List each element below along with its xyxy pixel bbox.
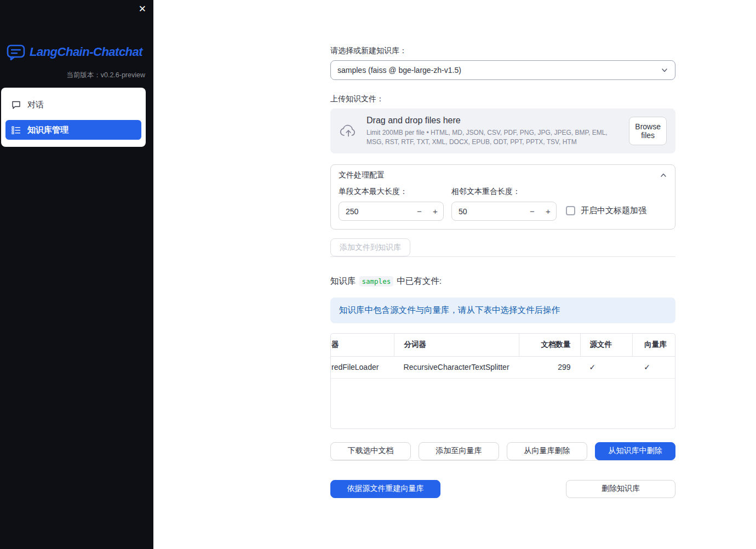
column-header-source-file[interactable]: 源文件: [580, 334, 632, 356]
list-icon: [12, 125, 21, 135]
existing-files-suffix: 中已有文件:: [397, 276, 442, 287]
chevron-up-icon: [660, 171, 667, 179]
overlap-group: 相邻文本重合长度： 50 − +: [451, 187, 557, 221]
chunk-size-input[interactable]: 250 − +: [339, 202, 444, 221]
divider: [330, 460, 675, 461]
overlap-increment-button[interactable]: +: [540, 202, 556, 220]
app-root: ✕ LangChain-Chatchat 当前版本：v0.2.6-preview: [0, 0, 756, 549]
cell-vector-store-check: ✓: [632, 357, 675, 378]
kb-management-actions: 依据源文件重建向量库 删除知识库: [330, 480, 675, 498]
table-actions: 下载选中文档 添加至向量库 从向量库删除 从知识库中删除: [330, 442, 675, 460]
overlap-decrement-button[interactable]: −: [524, 202, 540, 220]
chunk-size-label: 单段文本最大长度：: [339, 187, 444, 197]
content-column: 请选择或新建知识库： samples (faiss @ bge-large-zh…: [330, 0, 675, 498]
zh-title-checkbox-label: 开启中文标题加强: [581, 205, 646, 216]
expander-title: 文件处理配置: [339, 170, 385, 180]
overlap-input[interactable]: 50 − +: [451, 202, 557, 221]
cell-splitter: RecursiveCharacterTextSplitter: [394, 357, 519, 378]
chat-bubble-icon: [12, 100, 21, 110]
chunk-size-group: 单段文本最大长度： 250 − +: [339, 187, 444, 221]
sidebar: ✕ LangChain-Chatchat 当前版本：v0.2.6-preview: [0, 0, 153, 549]
existing-files-heading: 知识库 samples 中已有文件:: [330, 276, 675, 287]
file-dropzone[interactable]: Drag and drop files here Limit 200MB per…: [330, 108, 675, 153]
chunk-size-value: 250: [346, 207, 411, 216]
dropzone-limits: Limit 200MB per file • HTML, MD, JSON, C…: [366, 128, 620, 146]
chevron-down-icon: [661, 66, 668, 74]
kb-select[interactable]: samples (faiss @ bge-large-zh-v1.5): [330, 60, 675, 80]
overlap-label: 相邻文本重合长度：: [451, 187, 557, 197]
add-files-to-kb-button[interactable]: 添加文件到知识库: [330, 238, 410, 256]
cell-loader: redFileLoader: [331, 357, 394, 378]
upload-label: 上传知识文件：: [330, 94, 675, 104]
files-table: 器 分词器 文档数量 源文件 向量库 redFileLoader Recursi…: [330, 333, 675, 429]
cell-doc-count: 299: [519, 357, 581, 378]
table-row[interactable]: redFileLoader RecursiveCharacterTextSpli…: [331, 357, 675, 379]
cloud-upload-icon: [339, 123, 358, 139]
sidebar-menu: 对话 知识库管理: [1, 88, 146, 147]
expander-header[interactable]: 文件处理配置: [331, 165, 675, 186]
logo-chat-icon: [7, 44, 25, 60]
delete-from-vector-store-button[interactable]: 从向量库删除: [507, 442, 587, 460]
table-header-row: 器 分词器 文档数量 源文件 向量库: [331, 334, 675, 357]
download-selected-button[interactable]: 下载选中文档: [330, 442, 411, 460]
overlap-value: 50: [459, 207, 524, 216]
dropzone-title: Drag and drop files here: [366, 116, 620, 125]
column-header-loader[interactable]: 器: [331, 334, 394, 356]
sidebar-item-dialogue[interactable]: 对话: [5, 95, 141, 115]
column-header-splitter[interactable]: 分词器: [394, 334, 519, 356]
sidebar-item-label: 对话: [27, 100, 44, 110]
add-to-vector-store-button[interactable]: 添加至向量库: [419, 442, 499, 460]
info-banner: 知识库中包含源文件与向量库，请从下表中选择文件后操作: [330, 298, 675, 323]
column-header-vector-store[interactable]: 向量库: [632, 334, 675, 356]
chunk-size-decrement-button[interactable]: −: [411, 202, 427, 220]
sidebar-item-knowledge-base[interactable]: 知识库管理: [5, 120, 141, 140]
zh-title-checkbox-row: 开启中文标题加强: [566, 205, 646, 216]
app-logo: LangChain-Chatchat: [0, 44, 153, 60]
uploader-texts: Drag and drop files here Limit 200MB per…: [366, 116, 620, 146]
cell-source-file-check: ✓: [580, 357, 632, 378]
existing-files-prefix: 知识库: [330, 276, 356, 287]
column-header-doc-count[interactable]: 文档数量: [519, 334, 581, 356]
main-area: 请选择或新建知识库： samples (faiss @ bge-large-zh…: [153, 0, 756, 549]
delete-from-kb-button[interactable]: 从知识库中删除: [595, 442, 675, 460]
file-config-expander: 文件处理配置 单段文本最大长度： 250 − +: [330, 164, 675, 230]
chunk-size-increment-button[interactable]: +: [427, 202, 443, 220]
logo-text: LangChain-Chatchat: [30, 45, 142, 59]
kb-name-code: samples: [359, 276, 394, 287]
divider: [330, 256, 675, 257]
zh-title-checkbox[interactable]: [566, 206, 575, 215]
delete-kb-button[interactable]: 删除知识库: [566, 480, 675, 498]
browse-files-button[interactable]: Browse files: [629, 117, 667, 145]
sidebar-item-label: 知识库管理: [27, 125, 68, 135]
expander-body: 单段文本最大长度： 250 − + 相邻文本重合长度： 50 −: [331, 186, 675, 229]
version-label: 当前版本：v0.2.6-preview: [0, 71, 153, 80]
rebuild-vector-store-button[interactable]: 依据源文件重建向量库: [330, 480, 440, 498]
kb-select-label: 请选择或新建知识库：: [330, 46, 675, 56]
sidebar-close-icon[interactable]: ✕: [139, 4, 146, 15]
kb-select-value: samples (faiss @ bge-large-zh-v1.5): [337, 66, 461, 75]
